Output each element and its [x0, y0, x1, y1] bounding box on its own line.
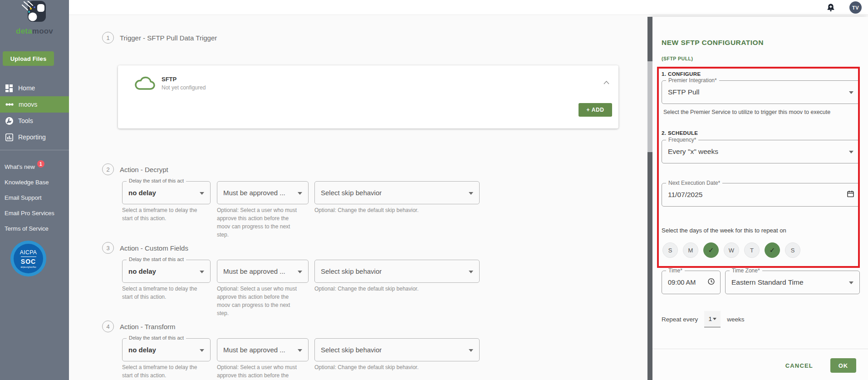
drawer-title: NEW SFTP CONFIGURATION [662, 39, 764, 47]
day-toggle[interactable]: W [724, 242, 739, 258]
approver-helper-text: Optional: Select a user who must approve… [217, 206, 303, 239]
timezone-select[interactable]: Time Zone* Eastern Standard Time [725, 271, 860, 294]
drawer-actions: CANCEL OK [785, 358, 856, 373]
step-title: Action - Custom Fields [120, 244, 188, 252]
logo-wordmark: detamoov [0, 27, 69, 36]
sidebar-item-label: moovs [19, 101, 37, 108]
repeat-suffix-label: weeks [727, 316, 744, 323]
sidebar-item-tools[interactable]: Tools [0, 113, 69, 129]
day-toggle[interactable]: S [785, 242, 800, 258]
sidebar-item-moovs[interactable]: moovs [0, 96, 69, 113]
delay-select[interactable]: Delay the start of this act no delay [122, 181, 211, 204]
clock-icon[interactable] [708, 278, 715, 287]
whats-new-badge: 1 [37, 160, 44, 168]
step-title: Action - Transform [120, 323, 176, 331]
step-number: 2 [102, 163, 114, 175]
calendar-icon[interactable] [847, 191, 854, 199]
dropdown-caret-icon [200, 271, 204, 273]
scrollbar-thumb[interactable] [647, 61, 652, 152]
app-logo[interactable]: detamoov [0, 0, 69, 36]
day-toggle[interactable]: S [662, 242, 678, 258]
approver-select[interactable]: Must be approved ... [217, 260, 309, 283]
delay-select[interactable]: Delay the start of this act no delay [122, 260, 211, 283]
skip-behavior-select[interactable]: Select skip behavior [314, 181, 480, 204]
sidebar-divider [0, 150, 69, 150]
trigger-card-name: SFTP [162, 76, 177, 83]
aicpa-soc-badge: AICPA SOC aicpa.org/soc4so [10, 241, 46, 276]
notification-add-icon[interactable] [826, 3, 836, 13]
day-selector: SM✓WT✓S [662, 242, 800, 258]
dropdown-caret-icon [200, 349, 204, 352]
grid-icon [5, 84, 13, 92]
sidebar: detamoov Upload Files Home moovs [0, 0, 69, 380]
step-number: 4 [102, 321, 114, 332]
bar-chart-icon [5, 133, 13, 141]
drawer-subtitle: (SFTP PULL) [662, 56, 693, 61]
user-avatar[interactable]: TV [849, 1, 862, 14]
repeat-prefix-label: Repeat every [662, 316, 698, 323]
logo-icon [20, 1, 49, 25]
sidebar-nav: Home moovs Tools [0, 80, 69, 145]
delay-select[interactable]: Delay the start of this act no delay [122, 338, 211, 361]
day-toggle-selected[interactable]: ✓ [765, 242, 780, 258]
link-email-pro-services[interactable]: Email Pro Services [0, 205, 69, 221]
dropdown-caret-icon [200, 192, 204, 195]
add-button[interactable]: + ADD [579, 103, 612, 117]
day-toggle[interactable]: M [683, 242, 698, 258]
schedule-heading: 2. SCHEDULE [662, 130, 698, 136]
skip-behavior-select[interactable]: Select skip behavior [314, 338, 480, 361]
skip-helper-text: Optional: Change the default skip behavi… [314, 285, 480, 293]
frequency-select[interactable]: Frequency* Every "x" weeks [662, 140, 860, 163]
premier-integration-select[interactable]: Premier Integration* SFTP Pull [662, 80, 860, 104]
dropdown-caret-icon [469, 271, 473, 273]
dropdown-caret-icon [298, 271, 302, 273]
repeat-row: Repeat every 1 weeks [662, 311, 745, 327]
wrench-icon [5, 117, 13, 125]
step-number: 3 [102, 242, 114, 254]
day-toggle[interactable]: T [744, 242, 760, 258]
ok-button[interactable]: OK [830, 358, 856, 373]
sidebar-item-label: Reporting [18, 133, 46, 141]
link-terms-of-service[interactable]: Terms of Service [0, 221, 69, 236]
days-prompt: Select the days of the week for this to … [662, 227, 786, 234]
sidebar-item-label: Tools [18, 117, 33, 124]
collapse-chevron-icon[interactable] [603, 78, 609, 86]
moov-builder-canvas: 1 Trigger - SFTP Pull Data Trigger SFTP … [69, 15, 647, 380]
vertical-scrollbar[interactable] [647, 17, 652, 380]
cancel-button[interactable]: CANCEL [785, 362, 813, 369]
step-3-header: 3 Action - Custom Fields [102, 242, 188, 254]
sidebar-item-home[interactable]: Home [0, 80, 69, 96]
sftp-configuration-drawer: NEW SFTP CONFIGURATION (SFTP PULL) 1. CO… [652, 17, 868, 380]
repeat-weeks-select[interactable]: 1 [704, 311, 721, 327]
dropdown-caret-icon [298, 192, 302, 195]
sftp-trigger-card[interactable]: SFTP Not yet configured + ADD [118, 65, 618, 128]
step-title: Trigger - SFTP Pull Data Trigger [120, 34, 217, 42]
step-2-header: 2 Action - Decrypt [102, 163, 168, 175]
dropdown-caret-icon [713, 318, 716, 320]
skip-helper-text: Optional: Change the default skip behavi… [314, 363, 480, 371]
approver-select[interactable]: Must be approved ... [217, 338, 309, 361]
trigger-card-status: Not yet configured [162, 84, 206, 91]
approver-helper-text: Optional: Select a user who must approve… [217, 285, 303, 317]
next-execution-date-input[interactable]: Next Execution Date* 11/07/2025 [662, 183, 860, 207]
configure-heading: 1. CONFIGURE [662, 71, 701, 77]
sidebar-item-reporting[interactable]: Reporting [0, 129, 69, 145]
dropdown-caret-icon [469, 192, 473, 195]
skip-behavior-select[interactable]: Select skip behavior [314, 260, 480, 283]
upload-files-button[interactable]: Upload Files [3, 51, 54, 66]
approver-helper-text: Optional: Select a user who must approve… [217, 363, 303, 380]
link-email-support[interactable]: Email Support [0, 190, 69, 205]
delay-helper-text: Select a timeframe to delay the start of… [122, 285, 204, 301]
dropdown-caret-icon [298, 349, 302, 352]
time-input[interactable]: Time* 09:00 AM [662, 271, 721, 294]
link-knowledge-base[interactable]: Knowledge Base [0, 174, 69, 190]
delay-helper-text: Select a timeframe to delay the start of… [122, 363, 204, 380]
approver-select[interactable]: Must be approved ... [217, 181, 309, 204]
step-1-header: 1 Trigger - SFTP Pull Data Trigger [102, 32, 217, 44]
sidebar-links: What's new 1 Knowledge Base Email Suppor… [0, 159, 69, 236]
dots-icon [5, 103, 14, 106]
link-whats-new[interactable]: What's new 1 [0, 159, 69, 174]
day-toggle-selected[interactable]: ✓ [703, 242, 719, 258]
dropdown-caret-icon [849, 151, 853, 153]
dropdown-caret-icon [849, 281, 853, 284]
